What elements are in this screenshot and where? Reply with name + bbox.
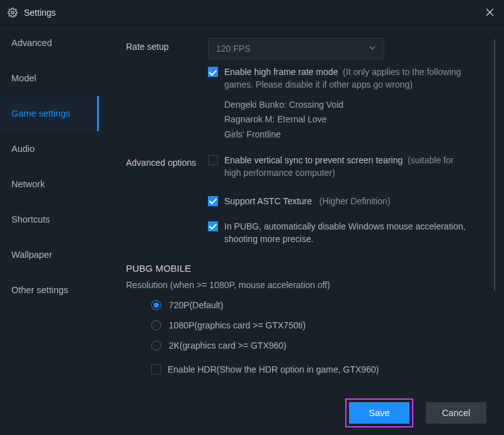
pubg-res-label-0: 720P(Default) [169, 300, 223, 310]
close-button[interactable] [483, 6, 496, 20]
hfr-game-list: Dengeki Bunko: Crossing Void Ragnarok M:… [208, 98, 466, 142]
advanced-options-label: Advanced options [126, 154, 208, 168]
astc-option: Support ASTC Texture (Higher Definition) [208, 195, 466, 207]
sidebar-item-game-settings[interactable]: Game settings [0, 96, 99, 131]
astc-text: Support ASTC Texture (Higher Definition) [224, 195, 466, 207]
gear-icon [8, 8, 18, 18]
hfr-option: Enable high frame rate mode (It only app… [208, 66, 466, 91]
vsync-checkbox[interactable] [208, 155, 218, 165]
hfr-game-1: Ragnarok M: Eternal Love [224, 112, 466, 127]
window-title: Settings [24, 8, 56, 18]
body: Advanced Model Game settings Audio Netwo… [0, 25, 504, 391]
pubg-res-label-2: 2K(graphics card >= GTX960) [169, 340, 287, 351]
vsync-option: Enable vertical sync to prevent screen t… [208, 154, 466, 180]
hdr-option: Enable HDR(Show the HDR option in game, … [126, 363, 496, 376]
footer: Save Cancel [0, 391, 504, 435]
rate-select[interactable]: 120 FPS [208, 38, 384, 59]
hfr-text: Enable high frame rate mode (It only app… [224, 66, 466, 91]
titlebar: Settings [0, 0, 504, 25]
row-advanced-options: Advanced options Enable vertical sync to… [126, 154, 496, 245]
radio-icon [151, 320, 161, 330]
rate-select-value: 120 FPS [216, 44, 250, 54]
scrollbar[interactable] [494, 39, 495, 291]
sidebar-item-advanced[interactable]: Advanced [0, 25, 99, 61]
hfr-game-0: Dengeki Bunko: Crossing Void [224, 98, 466, 113]
hfr-checkbox[interactable] [208, 67, 218, 77]
hfr-game-2: Girls' Frontline [224, 127, 466, 142]
sidebar-item-shortcuts[interactable]: Shortcuts [0, 202, 99, 237]
astc-checkbox[interactable] [208, 196, 218, 206]
sidebar: Advanced Model Game settings Audio Netwo… [0, 25, 100, 391]
chevron-down-icon [369, 44, 376, 54]
pubg-resolution-radio-group: 720P(Default) 1080P(graphics card >= GTX… [126, 300, 496, 351]
save-highlight: Save [345, 398, 413, 427]
hdr-checkbox[interactable] [151, 364, 161, 374]
radio-icon [151, 300, 161, 310]
pubg-res-radio-2k[interactable]: 2K(graphics card >= GTX960) [151, 340, 496, 351]
pubg-res-radio-1080p[interactable]: 1080P(graphics card >= GTX750ti) [151, 320, 496, 330]
main-content: Rate setup 120 FPS Enable high frame rat… [100, 25, 504, 391]
hdr-text: Enable HDR(Show the HDR option in game, … [168, 363, 496, 376]
pubg-mouse-option: In PUBG, automatically disable Windows m… [208, 220, 466, 246]
pubg-resolution-label: Resolution (when >= 1080P, mouse acceler… [126, 280, 496, 290]
pubg-mouse-text: In PUBG, automatically disable Windows m… [224, 220, 466, 246]
pubg-res-radio-720p[interactable]: 720P(Default) [151, 300, 496, 310]
vsync-text: Enable vertical sync to prevent screen t… [224, 154, 466, 180]
sidebar-item-wallpaper[interactable]: Wallpaper [0, 237, 99, 272]
sidebar-item-model[interactable]: Model [0, 61, 99, 96]
row-rate-setup: Rate setup 120 FPS Enable high frame rat… [126, 38, 496, 142]
cancel-button[interactable]: Cancel [426, 402, 486, 424]
pubg-mouse-checkbox[interactable] [208, 221, 218, 231]
pubg-section-title: PUBG MOBILE [126, 263, 496, 274]
radio-icon [151, 340, 161, 351]
svg-point-0 [11, 11, 14, 14]
pubg-res-label-1: 1080P(graphics card >= GTX750ti) [169, 320, 306, 330]
sidebar-item-audio[interactable]: Audio [0, 131, 99, 166]
sidebar-item-network[interactable]: Network [0, 166, 99, 202]
save-button[interactable]: Save [349, 402, 410, 424]
sidebar-item-other-settings[interactable]: Other settings [0, 272, 99, 308]
rate-setup-label: Rate setup [126, 38, 208, 52]
